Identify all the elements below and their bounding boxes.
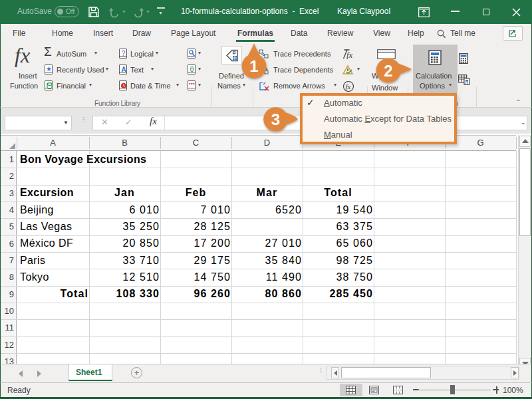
svg-text:3: 3 — [271, 110, 280, 128]
svg-text:1: 1 — [249, 57, 258, 75]
svg-text:fx: fx — [346, 50, 353, 60]
svg-text:2: 2 — [384, 62, 392, 80]
svg-text:fx: fx — [346, 82, 351, 90]
